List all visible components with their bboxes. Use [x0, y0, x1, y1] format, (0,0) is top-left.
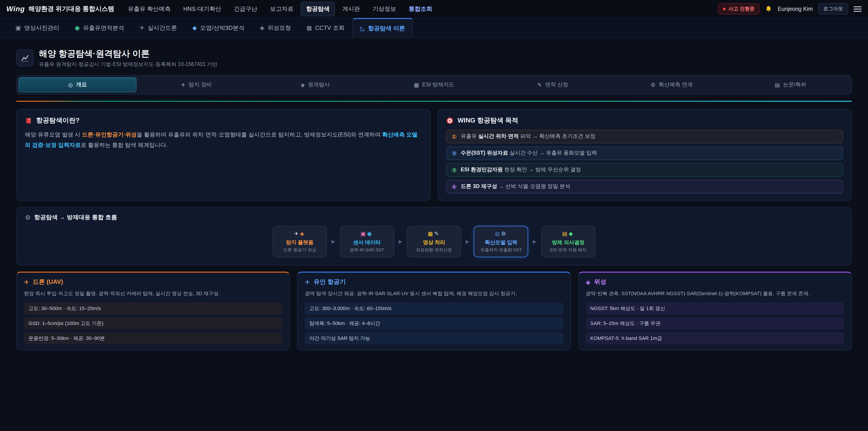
spec-row: 고도: 30–500m · 속도: 15–25m/s	[24, 302, 282, 314]
intro-row: 항공탐색이란? 해양 유류오염 발생 시 드론·유인항공기·위성을 활용하여 유…	[16, 109, 852, 201]
flow-diagram: ✈◈ 탐지 플랫폼 드론·항공기·위성 ▶ ▣◉ 센서 데이터 광학·IR·SA…	[25, 226, 843, 257]
chart-icon	[20, 53, 29, 62]
purpose-card-header: WING 항공탐색 목적	[446, 116, 843, 125]
nav-hns-air-diffusion[interactable]: HNS·대기확산	[178, 2, 227, 16]
subnav-label: CCTV 조회	[315, 24, 344, 32]
nav-reports[interactable]: 보고자료	[265, 2, 299, 16]
flow-arrow-icon: ▶	[331, 239, 335, 245]
overview-body: 해양 유류오염 발생 시 드론·유인항공기·위성을 활용하여 유출유의 위치·면…	[25, 130, 422, 151]
nav-weather-info[interactable]: 기상정보	[367, 2, 401, 16]
page-header: 해양 항공탐색·원격탐사 이론 유출유 원격탐지·항공감시 기법·ESI 방제정…	[16, 48, 852, 68]
app-logo: Wing	[6, 5, 25, 13]
tab-esi-map[interactable]: ▦ ESI 방제지도	[375, 77, 493, 92]
platform-description: 현장 즉시 투입·저고도 정밀 촬영. 광학·적외선 카메라 탑재, 실시간 영…	[24, 290, 282, 298]
satellite-icon: ◈	[301, 82, 305, 88]
drone-icon: ✈	[24, 278, 29, 286]
overview-icon: ◎	[68, 82, 73, 88]
notifications-button[interactable]	[765, 5, 772, 12]
page-title-block: 해양 항공탐색·원격탐사 이론 유출유 원격탐지·항공감시 기법·ESI 방제정…	[39, 48, 217, 68]
spec-row: 야간·악기상 SAR 탐지 가능	[305, 332, 563, 344]
sub-navigation-bar: ▣ 영상사진관리 ◉ 유출유면적분석 ✈ 실시간드론 ◆ 오염/선박3D분석 ◈…	[0, 18, 868, 38]
purpose-item: ① 유출유 실시간 위치·면적 파악 → 확산예측 초기조건 보정	[446, 130, 843, 143]
flow-title-row: ⚙ 항공탐색 → 방제대응 통합 흐름	[25, 213, 843, 221]
purpose-card: WING 항공탐색 목적 ① 유출유 실시간 위치·면적 파악 → 확산예측 초…	[438, 109, 852, 201]
theory-tab-bar: ◎ 개요 ✈ 탐지 장비 ◈ 원격탐사 ▦ ESI 방제지도 ✎ 면적 산정 ⚙…	[16, 75, 852, 94]
satellite-icon: ◈	[586, 278, 590, 286]
spec-row: 운용반경: 5–30km · 체공: 30–90분	[24, 332, 282, 344]
overview-highlight-platforms: 드론·유인항공기·위성	[82, 131, 137, 138]
target-icon	[446, 117, 454, 124]
nav-board[interactable]: 게시판	[337, 2, 365, 16]
user-name: Eunjeong Kim	[778, 6, 813, 12]
tab-remote-sensing[interactable]: ◈ 원격탐사	[256, 77, 374, 92]
tab-papers-patents[interactable]: ▤ 논문/특허	[732, 77, 849, 92]
purpose-title: WING 항공탐색 목적	[458, 116, 518, 125]
tab-area-calculation[interactable]: ✎ 면적 산정	[494, 77, 612, 92]
subnav-label: 오염/선박3D분석	[200, 24, 244, 32]
plane-icon: ✈	[181, 82, 185, 88]
map-icon: ▦	[414, 82, 419, 88]
app-root: Wing 해양환경 위기대응 통합시스템 유출유 확산예측 HNS·대기확산 긴…	[0, 0, 868, 431]
theory-ruler-icon: ◺	[360, 25, 365, 32]
item-number-icon: ①	[452, 133, 457, 140]
flow-arrow-icon: ▶	[533, 239, 537, 245]
platform-name: 위성	[594, 278, 606, 286]
page-title: 해양 항공탐색·원격탐사 이론	[39, 48, 217, 60]
subnav-image-photo-management[interactable]: ▣ 영상사진관리	[8, 18, 67, 37]
tab-label: 면적 산정	[545, 81, 568, 89]
document-icon: ▤	[775, 82, 780, 88]
overview-text: 해양 유류오염 발생 시	[25, 131, 82, 138]
incident-badge-label: 사고 진행중	[728, 5, 754, 12]
purpose-item: ③ ESI 환경민감자원 현장 확인 → 방제 우선순위 결정	[446, 163, 843, 177]
flow-step-sub: 광학·IR·SAR·SST	[344, 247, 390, 253]
overview-text: 을 활용하여 유출유의 위치·면적·오염형태를 실시간으로 탐지하고, 방제정보…	[136, 131, 382, 138]
gradient-divider	[16, 101, 852, 102]
purpose-item: ② 수온(SST) 위성자료 실시간 수신 → 유출유 풍화모델 입력	[446, 147, 843, 160]
tab-label: 논문/특허	[783, 81, 806, 89]
spec-row: KOMPSAT-5: X-band SAR 1m급	[586, 332, 844, 344]
nav-aerial-search[interactable]: 항공탐색	[301, 2, 335, 16]
incident-status-badge[interactable]: 사고 진행중	[718, 3, 760, 14]
subnav-aerial-search-theory[interactable]: ◺ 항공탐색 이론	[352, 18, 412, 37]
subnav-satellite-request[interactable]: ◈ 위성요청	[253, 18, 298, 37]
tab-overview[interactable]: ◎ 개요	[19, 77, 136, 92]
satellite-icon: ◈	[260, 24, 265, 31]
subnav-pollution-ship-3d-analysis[interactable]: ◆ 오염/선박3D분석	[185, 18, 252, 37]
flow-step-sub: 드론·항공기·위성	[277, 247, 323, 253]
subnav-oil-area-analysis[interactable]: ◉ 유출유면적분석	[68, 18, 131, 37]
flow-step-sub: 좌표변환·면적산정	[411, 247, 457, 253]
model-icons: ◎⚙	[478, 230, 524, 237]
platform-icons: ✈◈	[277, 230, 323, 237]
nav-emergency-rescue[interactable]: 긴급구난	[228, 2, 263, 16]
processing-icons: ▦✎	[411, 230, 457, 237]
decision-icons: ▤◆	[545, 230, 591, 237]
subnav-label: 항공탐색 이론	[368, 24, 405, 32]
purpose-item: ④ 드론 3D 재구성 → 선박 식별·오염원 정밀 분석	[446, 180, 843, 193]
platform-name: 유인 항공기	[313, 278, 346, 286]
subnav-label: 영상사진관리	[24, 24, 59, 32]
spec-row: 고도: 300–3,000m · 속도: 60–150m/s	[305, 302, 563, 314]
tab-label: 확산예측 연계	[659, 81, 693, 89]
tab-prediction-link[interactable]: ⚙ 확산예측 연계	[613, 77, 731, 92]
aircraft-card-header: ✈ 유인 항공기	[305, 278, 563, 286]
flow-step-label: 센서 데이터	[344, 239, 390, 246]
logout-button[interactable]: 로그아웃	[818, 3, 848, 14]
subnav-realtime-drone[interactable]: ✈ 실시간드론	[132, 18, 184, 37]
spec-row: GSD: 1–5cm/px (100m 고도 기준)	[24, 317, 282, 329]
flow-step-label: 확산모델 입력	[478, 239, 524, 246]
overview-card: 항공탐색이란? 해양 유류오염 발생 시 드론·유인항공기·위성을 활용하여 유…	[16, 109, 430, 201]
tab-detection-equipment[interactable]: ✈ 탐지 장비	[137, 77, 255, 92]
nav-oil-spill-prediction[interactable]: 유출유 확산예측	[122, 2, 176, 16]
flow-title: 항공탐색 → 방제대응 통합 흐름	[34, 213, 117, 221]
platform-description: 광역·반복 관측. SST(NOAA AVHRR·NGSST)·SAR(Sent…	[586, 290, 844, 298]
main-nav: 유출유 확산예측 HNS·대기확산 긴급구난 보고자료 항공탐색 게시판 기상정…	[122, 2, 438, 16]
purpose-item-text: ESI 환경민감자원 현장 확인 → 방제 우선순위 결정	[461, 166, 581, 174]
brand[interactable]: Wing 해양환경 위기대응 통합시스템	[6, 5, 114, 13]
spec-row: 탐색폭: 5–50km · 체공: 4–8시간	[305, 317, 563, 329]
subnav-cctv-view[interactable]: ▦ CCTV 조회	[299, 18, 352, 37]
nav-integrated-search[interactable]: 통합조회	[403, 2, 438, 16]
analysis-icon: ◉	[75, 24, 80, 31]
hamburger-menu-icon[interactable]	[854, 5, 862, 13]
main-content: 해양 항공탐색·원격탐사 이론 유출유 원격탐지·항공감시 기법·ESI 방제정…	[0, 38, 868, 350]
flow-step-sensor-data: ▣◉ 센서 데이터 광학·IR·SAR·SST	[340, 226, 394, 257]
